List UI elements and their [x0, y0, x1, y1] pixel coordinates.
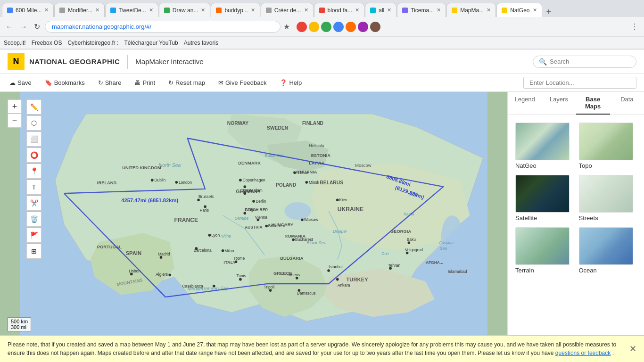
basemap-satellite[interactable]: Satellite	[515, 175, 573, 222]
new-tab-button[interactable]: +	[543, 7, 555, 17]
svg-text:ESTONIA: ESTONIA	[311, 153, 331, 158]
notification-after: .	[612, 350, 614, 356]
basemap-terrain[interactable]: Terrain	[515, 227, 573, 274]
basemaps-grid: NatGeoTopoSatelliteStreetsTerrainOcean	[508, 115, 644, 281]
bookmark-item[interactable]: Freebox OS	[32, 40, 62, 46]
reset-map-button[interactable]: ↻ Reset map	[166, 78, 207, 87]
svg-point-63	[301, 219, 304, 222]
bookmarks-bar: Scoop.it!Freebox OSCyberhistoiregeo.fr :…	[0, 37, 644, 49]
bookmark-star[interactable]: ★	[283, 22, 290, 31]
ext-icon-5[interactable]	[346, 22, 356, 32]
panel-tab-layers[interactable]: Layers	[542, 92, 576, 115]
browser-tab[interactable]: all✕	[365, 3, 396, 17]
browser-tab[interactable]: Modifier...✕	[54, 3, 105, 17]
svg-point-91	[269, 289, 272, 292]
svg-text:MOUNTAINS: MOUNTAINS	[116, 278, 143, 287]
svg-point-93	[296, 277, 298, 280]
search-input[interactable]	[550, 58, 630, 65]
pin-tool[interactable]: 📍	[26, 164, 41, 179]
svg-point-95	[327, 269, 330, 272]
app-header: N NATIONAL GEOGRAPHIC MapMaker Interacti…	[0, 49, 644, 74]
map-container[interactable]: NORWAY SWEDEN FINLAND Helsinki ESTONIA L…	[0, 92, 507, 339]
zoom-out-button[interactable]: −	[8, 114, 22, 128]
delete-tool[interactable]: 🗑️	[26, 212, 41, 227]
panel-tab-legend[interactable]: Legend	[508, 92, 542, 115]
feedback-button[interactable]: ✉ Give Feedback	[216, 78, 268, 87]
help-button[interactable]: ❓ Help	[278, 78, 304, 87]
svg-point-44	[175, 181, 178, 184]
save-button[interactable]: ☁ Save	[8, 78, 33, 87]
forward-button[interactable]: →	[18, 21, 29, 33]
ext-icon-7[interactable]	[370, 22, 380, 32]
menu-button[interactable]: ⋮	[629, 20, 640, 33]
share-button[interactable]: ↻ Share	[96, 78, 124, 87]
browser-tab[interactable]: Créer de...✕	[261, 3, 314, 17]
pencil-tool[interactable]: ✏️	[26, 99, 41, 115]
browser-tab[interactable]: MapMa...✕	[446, 3, 496, 17]
panel-tab-data[interactable]: Data	[610, 92, 644, 115]
svg-text:LATVIA: LATVIA	[309, 161, 324, 165]
location-input[interactable]	[523, 77, 636, 89]
ext-icon-3[interactable]	[321, 22, 331, 32]
flag-tool[interactable]: 🚩	[26, 228, 41, 243]
print-button[interactable]: 🖶 Print	[132, 78, 157, 87]
svg-point-71	[292, 239, 295, 241]
bookmarks-button[interactable]: 🔖 Bookmarks	[43, 78, 87, 87]
rectangle-tool[interactable]: ⬜	[26, 132, 41, 147]
edit-tool[interactable]: ✂️	[26, 196, 41, 211]
svg-point-105	[298, 289, 301, 292]
svg-point-61	[336, 198, 339, 201]
bookmark-item[interactable]: Autres favoris	[184, 40, 218, 46]
svg-point-75	[222, 249, 224, 252]
browser-tab[interactable]: buddyp...✕	[211, 3, 260, 17]
notification-link[interactable]: questions or feedback	[555, 350, 611, 356]
zoom-in-button[interactable]: +	[8, 99, 22, 114]
basemap-label-streets: Streets	[579, 214, 637, 222]
ext-icon-6[interactable]	[358, 22, 368, 32]
svg-text:Volgograd: Volgograd	[405, 247, 423, 252]
notification-close-button[interactable]: ✕	[629, 344, 636, 354]
reload-button[interactable]: ↻	[32, 20, 42, 33]
browser-tab[interactable]: Ticema...✕	[397, 3, 446, 17]
svg-point-85	[168, 274, 171, 277]
basemap-thumb-topo	[579, 123, 633, 160]
bookmark-item[interactable]: Scoop.it!	[4, 40, 26, 46]
svg-text:Istanbul: Istanbul	[329, 264, 343, 269]
browser-tab[interactable]: Draw an...✕	[159, 3, 211, 17]
browser-tab[interactable]: blood fa...✕	[314, 3, 365, 17]
browser-tab[interactable]: TweetDe...✕	[105, 3, 158, 17]
svg-text:Lyon: Lyon	[211, 233, 220, 238]
ng-letter: N	[13, 57, 19, 66]
bookmark-item[interactable]: Téléchargeur YouTub	[124, 40, 178, 46]
basemap-natgeo[interactable]: NatGeo	[515, 123, 573, 169]
basemap-streets[interactable]: Streets	[579, 175, 637, 222]
text-tool[interactable]: T	[26, 180, 41, 195]
svg-text:Baku: Baku	[407, 237, 416, 242]
basemap-label-ocean: Ocean	[579, 267, 637, 274]
browser-tab[interactable]: NatGeo✕	[496, 3, 542, 17]
svg-text:(6129.88km): (6129.88km)	[395, 184, 425, 200]
basemap-label-terrain: Terrain	[515, 267, 573, 274]
svg-text:BULGARIA: BULGARIA	[280, 256, 304, 261]
svg-text:Vilnius: Vilnius	[297, 170, 309, 175]
svg-text:Damascus: Damascus	[297, 291, 316, 296]
basemap-topo[interactable]: Topo	[579, 123, 637, 169]
circle-tool[interactable]: ⭕	[26, 148, 41, 163]
ext-icon-4[interactable]	[333, 22, 344, 32]
polygon-tool[interactable]: ⬡	[26, 115, 41, 131]
svg-text:Lisbon: Lisbon	[129, 269, 140, 273]
browser-tab[interactable]: 600 Mile...✕	[2, 3, 54, 17]
svg-point-79	[195, 247, 198, 250]
grid-tool[interactable]: ⊞	[26, 244, 41, 259]
svg-text:Paris: Paris	[200, 208, 209, 213]
ext-icon-1[interactable]	[297, 22, 307, 32]
basemap-ocean[interactable]: Ocean	[579, 227, 637, 274]
address-input[interactable]	[45, 21, 281, 33]
ext-icon-2[interactable]	[309, 22, 319, 32]
panel-tab-base-maps[interactable]: Base Maps	[576, 92, 610, 115]
scale-indicator: 500 km 300 mi	[8, 317, 31, 331]
svg-text:Budapest: Budapest	[268, 223, 285, 228]
back-button[interactable]: ←	[4, 21, 15, 33]
basemap-thumb-terrain	[515, 227, 570, 265]
bookmark-item[interactable]: Cyberhistoiregeo.fr :	[67, 40, 118, 46]
